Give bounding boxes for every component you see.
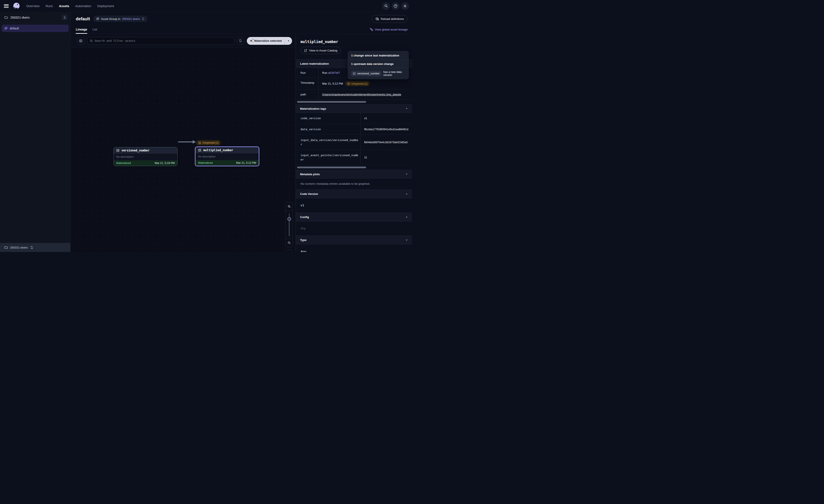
sidebar-group-name: 250321-dvers: [10, 16, 30, 19]
chevron-down-icon: ▼: [406, 193, 408, 195]
unsynced-badge[interactable]: Unsynced (1): [196, 140, 221, 145]
table-icon: [198, 149, 201, 152]
materialization-tags-table: code_version v1 data_version f6ccba17763…: [296, 113, 412, 168]
asset-node-description: No description: [114, 153, 177, 160]
asset-detail-title: multiplied_number: [301, 39, 407, 44]
zoom-out-button[interactable]: [286, 239, 293, 247]
asset-group-badge[interactable]: Asset Group in 250321-dvers: [94, 16, 147, 22]
metadata-plots-empty-text: No numeric metadata entries available to…: [296, 178, 412, 190]
zoom-slider-thumb[interactable]: [287, 217, 291, 221]
row-key: Run: [296, 68, 319, 78]
asset-node-multiplied-number[interactable]: multiplied_number No description Materia…: [195, 146, 260, 166]
search-icon: [90, 39, 93, 42]
table-icon: [116, 149, 119, 152]
asset-node-name: versioned_number: [121, 149, 149, 152]
materialize-options-caret[interactable]: ▼: [285, 37, 292, 45]
scrollbar-thumb[interactable]: [297, 166, 366, 168]
run-link[interactable]: a5347ef7: [328, 71, 340, 75]
timestamp-value: Mar 21, 5:12 PM: [322, 82, 343, 85]
zoom-in-button[interactable]: [286, 203, 293, 211]
lineage-graph[interactable]: versioned_number No description Material…: [71, 48, 296, 252]
asset-node-description: No description: [196, 153, 259, 160]
path-link[interactable]: /Users/smackesey/stm/code/elementl/exper…: [322, 93, 401, 96]
sidebar-item-default[interactable]: default: [2, 25, 69, 32]
asset-node-versioned-number[interactable]: versioned_number No description Material…: [113, 147, 178, 166]
help-button[interactable]: [392, 2, 399, 10]
table-row: data_version f6ccba1776380941e9cd1ea6648…: [296, 124, 412, 135]
page-title: default: [76, 16, 90, 21]
tab-list[interactable]: List: [92, 28, 97, 34]
nav-overview[interactable]: Overview: [26, 4, 39, 8]
refresh-button[interactable]: [237, 37, 244, 44]
view-in-asset-catalog-button[interactable]: View in Asset Catalog: [301, 47, 341, 54]
section-type[interactable]: Type ▼: [296, 236, 412, 244]
chevron-down-icon: ▼: [406, 216, 408, 218]
settings-button[interactable]: [401, 2, 409, 10]
view-in-asset-catalog-label: View in Asset Catalog: [309, 49, 337, 52]
horizontal-scrollbar[interactable]: [297, 166, 412, 168]
sparkle-icon: ✦✦✦: [250, 39, 253, 42]
search-button[interactable]: [382, 2, 390, 10]
sidebar-group-250321-dvers[interactable]: 250321-dvers 1: [0, 12, 70, 23]
popup-message: has a new data version: [384, 71, 406, 77]
toggle-sidebar-panel-button[interactable]: [77, 37, 84, 44]
dagster-logo[interactable]: [13, 2, 20, 10]
zoom-slider-track[interactable]: [289, 213, 290, 236]
code-version-value: v1: [296, 198, 412, 213]
chevron-down-icon: ▼: [406, 239, 408, 241]
section-metadata-plots[interactable]: Metadata plots ▼: [296, 170, 412, 178]
asset-group-icon: [4, 27, 8, 30]
section-materialization-tags[interactable]: Materialization tags ▼: [296, 104, 412, 113]
unsynced-badge[interactable]: Unsynced (1): [345, 81, 370, 86]
table-row: input_data_version/versioned_number fb04…: [296, 135, 412, 150]
materialize-selected-button[interactable]: ✦✦✦ Materialize selected ▼: [247, 37, 292, 45]
external-link-icon: [304, 49, 307, 52]
zoom-slider[interactable]: [286, 211, 293, 239]
reload-definitions-button[interactable]: Reload definitions: [372, 15, 408, 23]
unsynced-icon: [198, 141, 201, 144]
sidebar: 250321-dvers 1 default 250321-dvers: [0, 12, 71, 252]
scrollbar-thumb[interactable]: [297, 101, 366, 103]
graph-settings-button[interactable]: [286, 250, 293, 252]
tabs: Lineage List View global asset lineage: [71, 25, 412, 34]
tab-lineage[interactable]: Lineage: [76, 28, 87, 34]
sidebar-footer-name: 250321-dvers: [10, 246, 28, 249]
popup-subtitle: 1 upstream data version change: [348, 60, 409, 68]
help-icon: [394, 4, 398, 8]
sync-icon[interactable]: [30, 246, 33, 249]
view-global-asset-lineage-link[interactable]: View global asset lineage: [370, 28, 408, 34]
chevron-down-icon: ▼: [406, 108, 408, 110]
nav-assets[interactable]: Assets: [59, 4, 69, 8]
asset-group-badge-link[interactable]: 250321-dvers: [122, 17, 140, 20]
sidebar-item-label: default: [10, 27, 19, 30]
section-code-version[interactable]: Code Version ▼: [296, 190, 412, 198]
nav-automation[interactable]: Automation: [75, 4, 91, 8]
asset-pill-versioned-number[interactable]: versioned_number: [351, 71, 382, 76]
nav-runs[interactable]: Runs: [45, 4, 53, 8]
table-row: path /Users/smackesey/stm/code/elementl/…: [296, 90, 412, 100]
asset-count-badge: 1: [62, 15, 67, 20]
popup-title: 1 change since last materialization: [348, 51, 409, 60]
menu-icon[interactable]: [4, 4, 9, 8]
sidebar-footer[interactable]: 250321-dvers: [0, 243, 70, 252]
asset-node-timestamp: Mar 21, 5:12 PM: [236, 161, 256, 164]
asset-search[interactable]: [87, 37, 234, 45]
nav-links: Overview Runs Assets Automation Deployme…: [26, 4, 114, 8]
asset-search-input[interactable]: [95, 39, 231, 42]
lineage-toolbar: ✦✦✦ Materialize selected ▼: [71, 34, 296, 48]
zoom-in-icon: [288, 205, 291, 208]
section-config[interactable]: Config ▼: [296, 213, 412, 222]
unsynced-badge-label: Unsynced (1): [202, 141, 218, 144]
lineage-graph-icon: [370, 28, 373, 31]
lineage-edge: [178, 140, 196, 144]
lineage-canvas: ✦✦✦ Materialize selected ▼ versioned_num…: [71, 34, 296, 252]
reload-definitions-icon: [375, 17, 379, 21]
zoom-controls: [286, 202, 293, 247]
panel-expand-icon: [79, 39, 83, 43]
asset-node-status: Materialized: [198, 161, 213, 164]
nav-deployment[interactable]: Deployment: [97, 4, 114, 8]
asset-node-name: multiplied_number: [203, 148, 233, 152]
sync-icon[interactable]: [141, 17, 144, 20]
asset-group-icon: [96, 17, 99, 20]
horizontal-scrollbar[interactable]: [297, 101, 412, 103]
